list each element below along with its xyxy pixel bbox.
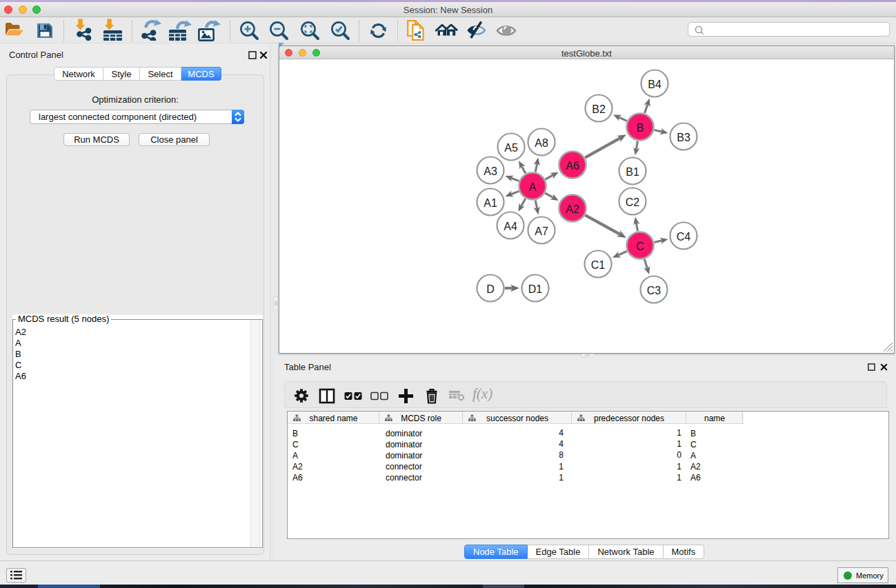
svg-text:C2: C2 [626,196,640,208]
svg-text:A6: A6 [566,160,579,172]
svg-text:D: D [486,283,495,295]
svg-text:A: A [529,181,537,193]
svg-text:A8: A8 [535,137,548,149]
svg-text:A4: A4 [504,221,517,232]
svg-text:C1: C1 [591,259,606,271]
svg-text:A1: A1 [484,197,497,209]
svg-text:B: B [637,122,644,134]
svg-text:C: C [636,241,644,252]
svg-text:B3: B3 [677,132,690,143]
svg-text:D1: D1 [528,283,543,295]
svg-text:B4: B4 [648,79,661,90]
svg-text:C4: C4 [677,231,691,243]
svg-text:C3: C3 [647,285,661,296]
svg-text:A7: A7 [535,225,548,237]
svg-text:A3: A3 [484,165,497,177]
svg-text:A5: A5 [504,142,518,154]
svg-text:A2: A2 [566,203,579,215]
svg-text:B1: B1 [626,166,639,178]
svg-text:B2: B2 [592,103,606,115]
